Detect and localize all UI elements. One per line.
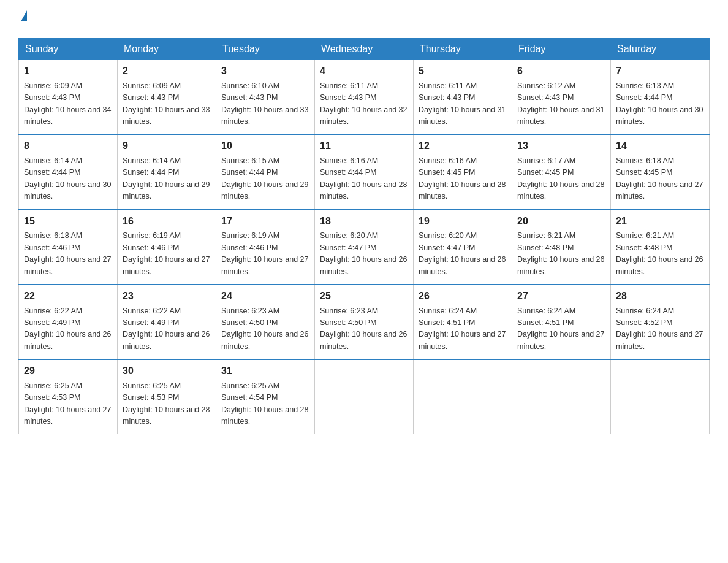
day-number: 23: [123, 289, 211, 304]
day-info: Sunrise: 6:21 AMSunset: 4:48 PMDaylight:…: [517, 230, 605, 278]
calendar-day-header: Thursday: [414, 39, 512, 60]
day-number: 14: [616, 139, 704, 154]
calendar-week-row: 1Sunrise: 6:09 AMSunset: 4:43 PMDaylight…: [19, 60, 710, 135]
calendar-header-row: SundayMondayTuesdayWednesdayThursdayFrid…: [19, 39, 710, 60]
day-number: 26: [419, 289, 507, 304]
day-info: Sunrise: 6:24 AMSunset: 4:51 PMDaylight:…: [517, 305, 605, 353]
day-number: 20: [517, 214, 605, 229]
day-number: 7: [616, 64, 704, 79]
calendar-week-row: 22Sunrise: 6:22 AMSunset: 4:49 PMDayligh…: [19, 285, 710, 359]
day-number: 27: [517, 289, 605, 304]
day-number: 17: [221, 214, 309, 229]
day-info: Sunrise: 6:18 AMSunset: 4:46 PMDaylight:…: [24, 230, 112, 278]
logo-triangle-icon: [21, 10, 27, 21]
day-info: Sunrise: 6:23 AMSunset: 4:50 PMDaylight:…: [221, 305, 309, 353]
day-info: Sunrise: 6:22 AMSunset: 4:49 PMDaylight:…: [123, 305, 211, 353]
day-info: Sunrise: 6:11 AMSunset: 4:43 PMDaylight:…: [320, 80, 408, 128]
calendar-cell: 20Sunrise: 6:21 AMSunset: 4:48 PMDayligh…: [512, 210, 611, 285]
day-info: Sunrise: 6:13 AMSunset: 4:44 PMDaylight:…: [616, 80, 704, 128]
calendar-cell: 14Sunrise: 6:18 AMSunset: 4:45 PMDayligh…: [611, 134, 710, 209]
logo: [18, 12, 27, 27]
day-number: 4: [320, 64, 408, 79]
day-info: Sunrise: 6:21 AMSunset: 4:48 PMDaylight:…: [616, 230, 704, 278]
day-number: 1: [24, 64, 112, 79]
day-number: 8: [24, 139, 112, 154]
calendar-day-header: Wednesday: [315, 39, 414, 60]
day-number: 24: [221, 289, 309, 304]
day-number: 30: [123, 364, 211, 379]
calendar-cell: 16Sunrise: 6:19 AMSunset: 4:46 PMDayligh…: [118, 210, 216, 285]
calendar-cell: 13Sunrise: 6:17 AMSunset: 4:45 PMDayligh…: [512, 134, 611, 209]
calendar-cell: 29Sunrise: 6:25 AMSunset: 4:53 PMDayligh…: [19, 359, 118, 434]
day-info: Sunrise: 6:14 AMSunset: 4:44 PMDaylight:…: [123, 155, 211, 203]
calendar-cell: 9Sunrise: 6:14 AMSunset: 4:44 PMDaylight…: [118, 134, 216, 209]
page-header: [18, 12, 710, 27]
calendar-week-row: 29Sunrise: 6:25 AMSunset: 4:53 PMDayligh…: [19, 359, 710, 434]
day-number: 18: [320, 214, 408, 229]
calendar-cell: 8Sunrise: 6:14 AMSunset: 4:44 PMDaylight…: [19, 134, 118, 209]
day-info: Sunrise: 6:11 AMSunset: 4:43 PMDaylight:…: [419, 80, 507, 128]
calendar-cell: [611, 359, 710, 434]
calendar-cell: 7Sunrise: 6:13 AMSunset: 4:44 PMDaylight…: [611, 60, 710, 135]
calendar-cell: [414, 359, 512, 434]
day-number: 16: [123, 214, 211, 229]
calendar-cell: 10Sunrise: 6:15 AMSunset: 4:44 PMDayligh…: [216, 134, 315, 209]
day-info: Sunrise: 6:16 AMSunset: 4:44 PMDaylight:…: [320, 155, 408, 203]
calendar-cell: [512, 359, 611, 434]
calendar-cell: 25Sunrise: 6:23 AMSunset: 4:50 PMDayligh…: [315, 285, 414, 359]
day-number: 15: [24, 214, 112, 229]
day-info: Sunrise: 6:10 AMSunset: 4:43 PMDaylight:…: [221, 80, 309, 128]
calendar-cell: 19Sunrise: 6:20 AMSunset: 4:47 PMDayligh…: [414, 210, 512, 285]
calendar-cell: 21Sunrise: 6:21 AMSunset: 4:48 PMDayligh…: [611, 210, 710, 285]
day-number: 2: [123, 64, 211, 79]
day-number: 31: [221, 364, 309, 379]
calendar-cell: 28Sunrise: 6:24 AMSunset: 4:52 PMDayligh…: [611, 285, 710, 359]
calendar-cell: 27Sunrise: 6:24 AMSunset: 4:51 PMDayligh…: [512, 285, 611, 359]
calendar-cell: 15Sunrise: 6:18 AMSunset: 4:46 PMDayligh…: [19, 210, 118, 285]
calendar-week-row: 15Sunrise: 6:18 AMSunset: 4:46 PMDayligh…: [19, 210, 710, 285]
calendar-cell: 31Sunrise: 6:25 AMSunset: 4:54 PMDayligh…: [216, 359, 315, 434]
day-number: 10: [221, 139, 309, 154]
calendar-day-header: Monday: [118, 39, 216, 60]
day-number: 25: [320, 289, 408, 304]
calendar-cell: 6Sunrise: 6:12 AMSunset: 4:43 PMDaylight…: [512, 60, 611, 135]
calendar-cell: 3Sunrise: 6:10 AMSunset: 4:43 PMDaylight…: [216, 60, 315, 135]
calendar-cell: 26Sunrise: 6:24 AMSunset: 4:51 PMDayligh…: [414, 285, 512, 359]
day-info: Sunrise: 6:25 AMSunset: 4:53 PMDaylight:…: [123, 380, 211, 428]
calendar-day-header: Sunday: [19, 39, 118, 60]
calendar-cell: 23Sunrise: 6:22 AMSunset: 4:49 PMDayligh…: [118, 285, 216, 359]
day-number: 6: [517, 64, 605, 79]
calendar-cell: 11Sunrise: 6:16 AMSunset: 4:44 PMDayligh…: [315, 134, 414, 209]
day-number: 29: [24, 364, 112, 379]
day-number: 5: [419, 64, 507, 79]
day-info: Sunrise: 6:17 AMSunset: 4:45 PMDaylight:…: [517, 155, 605, 203]
day-info: Sunrise: 6:16 AMSunset: 4:45 PMDaylight:…: [419, 155, 507, 203]
calendar-day-header: Saturday: [611, 39, 710, 60]
day-info: Sunrise: 6:25 AMSunset: 4:54 PMDaylight:…: [221, 380, 309, 428]
day-number: 22: [24, 289, 112, 304]
calendar-day-header: Tuesday: [216, 39, 315, 60]
day-info: Sunrise: 6:24 AMSunset: 4:51 PMDaylight:…: [419, 305, 507, 353]
calendar-cell: [315, 359, 414, 434]
day-info: Sunrise: 6:09 AMSunset: 4:43 PMDaylight:…: [24, 80, 112, 128]
calendar-cell: 30Sunrise: 6:25 AMSunset: 4:53 PMDayligh…: [118, 359, 216, 434]
day-info: Sunrise: 6:23 AMSunset: 4:50 PMDaylight:…: [320, 305, 408, 353]
day-info: Sunrise: 6:25 AMSunset: 4:53 PMDaylight:…: [24, 380, 112, 428]
day-info: Sunrise: 6:20 AMSunset: 4:47 PMDaylight:…: [320, 230, 408, 278]
day-number: 11: [320, 139, 408, 154]
calendar-cell: 18Sunrise: 6:20 AMSunset: 4:47 PMDayligh…: [315, 210, 414, 285]
day-number: 13: [517, 139, 605, 154]
day-number: 21: [616, 214, 704, 229]
day-info: Sunrise: 6:15 AMSunset: 4:44 PMDaylight:…: [221, 155, 309, 203]
day-info: Sunrise: 6:14 AMSunset: 4:44 PMDaylight:…: [24, 155, 112, 203]
day-number: 3: [221, 64, 309, 79]
day-number: 19: [419, 214, 507, 229]
day-info: Sunrise: 6:19 AMSunset: 4:46 PMDaylight:…: [221, 230, 309, 278]
day-number: 12: [419, 139, 507, 154]
calendar-cell: 24Sunrise: 6:23 AMSunset: 4:50 PMDayligh…: [216, 285, 315, 359]
day-info: Sunrise: 6:24 AMSunset: 4:52 PMDaylight:…: [616, 305, 704, 353]
calendar-week-row: 8Sunrise: 6:14 AMSunset: 4:44 PMDaylight…: [19, 134, 710, 209]
day-info: Sunrise: 6:12 AMSunset: 4:43 PMDaylight:…: [517, 80, 605, 128]
calendar-cell: 1Sunrise: 6:09 AMSunset: 4:43 PMDaylight…: [19, 60, 118, 135]
calendar-day-header: Friday: [512, 39, 611, 60]
